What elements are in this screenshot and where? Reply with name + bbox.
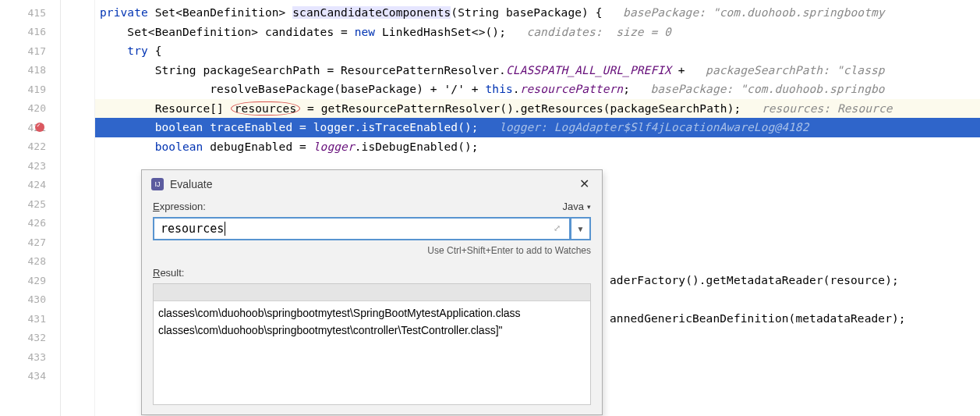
line-number[interactable]: 422: [0, 137, 60, 157]
line-number[interactable]: 426: [0, 214, 60, 233]
expression-label: Expression:: [153, 201, 206, 212]
gutter: 415 416 417 418 419 420 421 422 423 424 …: [0, 0, 61, 416]
expand-icon[interactable]: ⤢: [554, 223, 564, 234]
result-content[interactable]: classes\com\duohoob\springbootmytest\Spr…: [154, 301, 590, 342]
expression-input[interactable]: resources ⤢: [153, 217, 571, 240]
line-number[interactable]: 428: [0, 252, 60, 272]
intellij-icon: IJ: [151, 178, 164, 190]
line-number[interactable]: 433: [0, 347, 60, 367]
result-label: Result:: [153, 267, 591, 279]
line-number[interactable]: 432: [0, 329, 60, 348]
result-line[interactable]: classes\com\duohoob\springbootmytest\Spr…: [158, 304, 586, 322]
line-number[interactable]: 429: [0, 271, 60, 290]
line-number[interactable]: 417: [0, 41, 60, 61]
line-number[interactable]: 423: [0, 156, 60, 176]
line-number[interactable]: 420: [0, 99, 60, 119]
line-number[interactable]: 416: [0, 23, 60, 42]
hint-text: Use Ctrl+Shift+Enter to add to Watches: [153, 245, 591, 256]
code-line[interactable]: boolean debugEnabled = logger.isDebugEna…: [95, 137, 980, 157]
evaluate-dialog: IJ Evaluate ✕ Expression: Java resources…: [141, 169, 603, 415]
execution-line[interactable]: boolean traceEnabled = logger.isTraceEna…: [95, 118, 980, 137]
code-line[interactable]: Set<BeanDefinition> candidates = new Lin…: [95, 23, 980, 42]
inlay-hint: resources: Resource: [741, 102, 892, 115]
indent-guide-column: [61, 0, 95, 416]
result-tree-header: [154, 284, 590, 301]
dialog-title-text: Evaluate: [170, 178, 212, 190]
line-number[interactable]: 424: [0, 176, 60, 195]
line-number[interactable]: 421: [0, 118, 60, 137]
language-dropdown[interactable]: Java: [563, 201, 591, 212]
result-line[interactable]: classes\com\duohoob\springbootmytest\con…: [158, 322, 586, 339]
method-name-highlight: scanCandidateComponents: [292, 6, 451, 19]
line-number[interactable]: 419: [0, 80, 60, 99]
code-line[interactable]: String packageSearchPath = ResourcePatte…: [95, 61, 980, 80]
line-number[interactable]: 434: [0, 367, 60, 386]
inlay-hint: basePackage: "com.duohoob.springbo: [630, 83, 885, 95]
inlay-hint: packageSearchPath: "classp: [685, 64, 885, 76]
highlighted-variable: resources: [231, 101, 300, 116]
line-number[interactable]: 418: [0, 61, 60, 80]
result-box[interactable]: classes\com\duohoob\springbootmytest\Spr…: [153, 283, 591, 405]
code-line[interactable]: resolveBasePackage(basePackage) + '/' + …: [95, 80, 980, 99]
line-number[interactable]: 425: [0, 194, 60, 214]
inlay-hint: logger: LogAdapter$Slf4jLocationAwareLog…: [479, 121, 809, 133]
line-number[interactable]: 427: [0, 233, 60, 252]
code-line[interactable]: private Set<BeanDefinition> scanCandidat…: [95, 3, 980, 23]
dialog-titlebar[interactable]: IJ Evaluate ✕: [142, 170, 602, 197]
line-number[interactable]: 430: [0, 290, 60, 310]
history-dropdown-button[interactable]: ▼: [571, 217, 591, 240]
line-number[interactable]: 415: [0, 3, 60, 23]
line-number[interactable]: 431: [0, 309, 60, 329]
inlay-hint: basePackage: "com.duohoob.springbootmy: [603, 6, 885, 19]
inlay-hint: candidates: size = 0: [506, 26, 671, 38]
code-line[interactable]: try {: [95, 41, 980, 61]
close-icon[interactable]: ✕: [576, 176, 593, 191]
code-line[interactable]: Resource[] resources = getResourcePatter…: [95, 99, 980, 119]
